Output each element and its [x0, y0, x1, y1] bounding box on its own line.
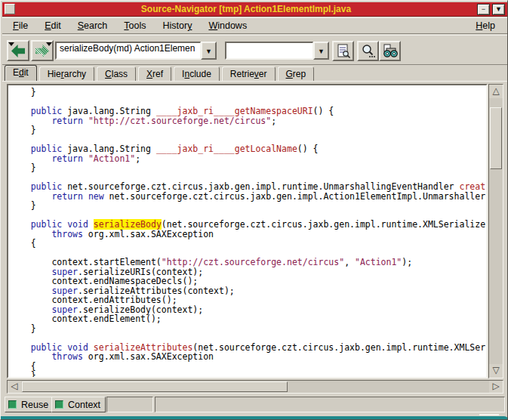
code-area[interactable]: } public java.lang.String ____jaxb_ri___…	[7, 84, 488, 378]
scroll-left-icon: ◁	[11, 381, 17, 391]
statusbar: Reuse Context	[2, 397, 507, 413]
menubar: File Edit Search Tools History Windows H…	[2, 17, 507, 34]
context-checkbox-indicator	[55, 400, 63, 409]
menu-item-tools[interactable]: Tools	[118, 19, 152, 32]
scroll-up-button[interactable]: △	[489, 85, 503, 98]
context-toggle[interactable]: Context	[51, 397, 106, 412]
source-navigator-window: Source-Navigator [tmp] Action1ElementImp…	[0, 0, 508, 420]
code-line: throws org.xml.sax.SAXException	[10, 230, 486, 239]
maximize-icon: ▼	[495, 5, 502, 13]
status-panel-small	[106, 397, 153, 412]
back-arrow-icon	[11, 45, 25, 57]
code-line: }	[10, 371, 486, 378]
view-tabbar: Edit Hierarchy Class Xref Include Retrie…	[2, 66, 507, 82]
tab-retriever[interactable]: Retriever	[222, 66, 276, 81]
menu-item-windows[interactable]: Windows	[202, 19, 253, 32]
code-line: }	[10, 88, 486, 97]
code-line: }	[10, 125, 486, 135]
vertical-scrollbar-thumb[interactable]	[490, 107, 502, 169]
code-line: throws org.xml.sax.SAXException	[10, 352, 486, 362]
forward-button[interactable]	[31, 40, 54, 61]
reuse-toggle[interactable]: Reuse	[5, 397, 54, 412]
editor-search-button[interactable]	[332, 41, 354, 61]
menu-item-history[interactable]: History	[157, 19, 199, 32]
scroll-down-button[interactable]: ▽	[489, 364, 503, 378]
reuse-toggle-label: Reuse	[21, 400, 48, 410]
toolbar: serializeBody(md) Action1Elemen ▼ ▼	[2, 35, 507, 65]
maximize-button[interactable]: ▼	[492, 4, 505, 15]
search-combobox-dropdown-button[interactable]: ▼	[313, 42, 329, 60]
forward-dropdown-icon	[46, 42, 52, 46]
code-line: {	[10, 362, 486, 372]
forward-arrow-icon	[35, 45, 49, 57]
code-line: }	[10, 324, 486, 334]
binoculars-icon	[382, 44, 399, 59]
tab-edit[interactable]: Edit	[5, 65, 37, 81]
tab-hierarchy[interactable]: Hierarchy	[39, 66, 94, 81]
retriever-button[interactable]	[379, 41, 401, 61]
tab-xref[interactable]: Xref	[138, 66, 171, 81]
code-line: context.endElement();	[10, 314, 486, 324]
symbol-combobox-input[interactable]: serializeBody(md) Action1Elemen	[55, 42, 201, 60]
tab-include[interactable]: Include	[174, 66, 220, 81]
symbol-combobox: serializeBody(md) Action1Elemen ▼	[55, 42, 217, 60]
tab-grep[interactable]: Grep	[278, 66, 315, 81]
search-combobox-input[interactable]	[225, 42, 313, 60]
minimize-button[interactable]: −	[477, 4, 490, 15]
scroll-left-button[interactable]: ◁	[8, 381, 21, 393]
symbol-combobox-dropdown-button[interactable]: ▼	[201, 42, 217, 60]
code-line: return new net.sourceforge.czt.circus.ja…	[10, 192, 486, 202]
code-line: return "http://czt.sourceforge.net/circu…	[10, 116, 486, 126]
scroll-up-icon: △	[492, 85, 499, 96]
horizontal-scrollbar-thumb[interactable]	[22, 381, 288, 392]
back-dropdown-icon	[8, 42, 14, 46]
menu-item-search[interactable]: Search	[72, 19, 114, 32]
window-bottom-edge	[1, 416, 508, 420]
chevron-down-icon: ▼	[205, 48, 212, 55]
context-toggle-label: Context	[68, 400, 100, 410]
code-line: {	[10, 239, 486, 249]
code-line: }	[10, 163, 486, 173]
code-line: return "Action1";	[10, 154, 486, 164]
search-combobox: ▼	[225, 42, 329, 60]
status-panel-large	[155, 397, 505, 412]
magnifier-icon	[361, 44, 376, 59]
document-search-icon	[336, 44, 351, 59]
minimize-icon: −	[482, 5, 485, 13]
back-button[interactable]	[7, 40, 29, 61]
scroll-down-icon: ▽	[492, 365, 499, 375]
window-title: Source-Navigator [tmp] Action1ElementImp…	[15, 4, 477, 14]
scroll-right-button[interactable]: ▷	[489, 381, 503, 393]
menu-item-help[interactable]: Help	[470, 19, 501, 32]
titlebar: Source-Navigator [tmp] Action1ElementImp…	[2, 2, 507, 17]
reuse-checkbox-indicator	[8, 400, 17, 409]
horizontal-scrollbar[interactable]: ◁ ▷	[7, 380, 503, 394]
window-menu-button[interactable]	[5, 4, 15, 14]
scroll-right-icon: ▷	[492, 381, 499, 391]
search-dialog-button[interactable]	[357, 41, 379, 61]
menu-item-edit[interactable]: Edit	[38, 19, 67, 32]
vertical-scrollbar[interactable]: △ ▽	[488, 84, 503, 378]
code-line: }	[10, 201, 486, 211]
menu-item-file[interactable]: File	[7, 19, 34, 32]
chevron-down-icon: ▼	[318, 48, 325, 55]
tab-class[interactable]: Class	[97, 66, 136, 81]
